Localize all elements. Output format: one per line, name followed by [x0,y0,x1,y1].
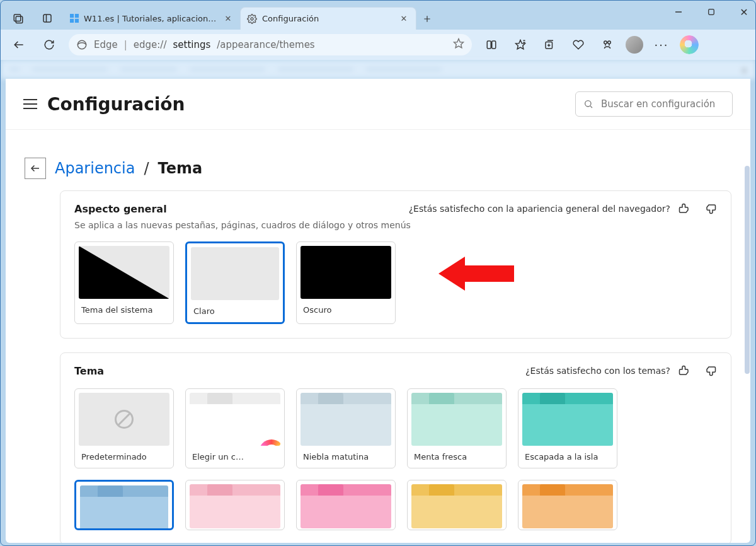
svg-rect-1 [16,16,23,23]
page-title: Configuración [47,94,185,115]
svg-rect-12 [709,9,714,15]
section-theme: Tema ¿Estás satisfecho con los temas? Pr… [60,352,731,543]
url-scheme-label: Edge [94,39,118,50]
extensions-icon[interactable] [597,34,618,55]
appearance-option-label: Oscuro [297,303,395,321]
bookmarks-overflow-icon[interactable]: › [742,63,747,76]
window-minimize-icon[interactable] [671,4,686,20]
breadcrumb-parent-link[interactable]: Apariencia [55,160,135,177]
theme-option[interactable] [74,480,174,530]
scrollbar-thumb[interactable] [745,166,750,374]
appearance-option-light[interactable]: Claro [185,241,285,324]
theme-preview [522,484,613,528]
section-title: Aspecto general [74,203,167,215]
section-title: Tema [74,365,104,377]
svg-line-28 [590,106,592,108]
browser-titlebar: W11.es | Tutoriales, aplicaciones y ✕ Co… [1,1,755,30]
appearance-option-label: Tema del sistema [75,303,173,321]
edge-logo-icon [76,39,88,50]
url-segment: edge:// [134,39,167,50]
split-screen-icon[interactable] [481,34,502,55]
svg-rect-2 [43,15,51,22]
gear-icon [247,14,257,24]
address-bar: Edge | edge://settings/appearance/themes… [1,30,755,60]
svg-marker-30 [438,257,514,291]
svg-point-14 [77,40,86,49]
search-icon [583,99,593,109]
theme-option[interactable] [185,480,285,530]
copilot-icon[interactable] [680,35,699,54]
thumbs-down-icon[interactable] [704,202,717,215]
svg-rect-5 [75,14,79,18]
new-tab-button[interactable] [416,8,438,30]
theme-option-label: Predeterminado [75,450,173,468]
theme-option[interactable] [518,480,617,530]
breadcrumb: Apariencia / Tema [25,142,731,190]
tab-label: Configuración [262,14,393,23]
svg-point-26 [608,41,611,44]
theme-preview [79,393,169,446]
breadcrumb-current: Tema [158,160,203,177]
settings-page: Configuración Buscar en configuración Ap… [6,79,750,543]
svg-rect-6 [70,19,74,23]
appearance-preview [301,246,391,299]
search-placeholder: Buscar en configuración [601,98,715,110]
url-segment: /appearance/themes [217,39,314,50]
bookmarks-bar[interactable]: › [1,60,755,79]
favorites-icon[interactable] [510,34,531,55]
svg-rect-0 [14,15,21,21]
breadcrumb-back-button[interactable] [25,158,46,179]
window-close-icon[interactable]: ✕ [736,4,752,20]
thumbs-down-icon[interactable] [704,364,717,377]
theme-option-label: Elegir un c… [186,450,284,468]
appearance-option-system[interactable]: Tema del sistema [74,241,174,324]
theme-option-label: Menta fresca [408,450,506,468]
theme-option[interactable]: ✎Elegir un c… [185,388,285,468]
theme-preview [411,484,502,528]
window-maximize-icon[interactable] [704,4,719,20]
theme-option-label: Niebla matutina [297,450,395,468]
thumbs-up-icon[interactable] [678,202,690,215]
more-icon[interactable]: ··· [651,34,672,55]
browser-tab[interactable]: W11.es | Tutoriales, aplicaciones y ✕ [64,7,240,30]
svg-rect-7 [75,19,79,23]
tab-actions-icon[interactable] [7,7,30,30]
svg-rect-16 [487,41,491,49]
theme-preview [301,484,391,528]
theme-option[interactable] [407,480,507,530]
settings-header: Configuración Buscar en configuración [6,79,750,130]
windows-logo-icon [70,14,79,23]
theme-option[interactable]: Escapada a la isla [518,388,617,468]
annotation-arrow-icon [438,257,514,291]
close-tab-icon[interactable]: ✕ [398,13,410,25]
collections-icon[interactable] [539,34,560,55]
svg-line-32 [118,414,130,425]
theme-preview: ✎ [190,393,280,446]
thumbs-up-icon[interactable] [678,364,690,377]
url-segment: settings [173,39,210,50]
close-tab-icon[interactable]: ✕ [222,13,234,24]
appearance-option-dark[interactable]: Oscuro [296,241,396,324]
browser-tab-active[interactable]: Configuración ✕ [240,7,416,30]
tab-strip: W11.es | Tutoriales, aplicaciones y ✕ Co… [64,1,749,30]
svg-point-27 [585,101,591,107]
back-icon[interactable] [8,34,30,55]
page-scrollbar[interactable] [743,79,750,543]
settings-search-input[interactable]: Buscar en configuración [575,91,733,117]
avatar[interactable] [626,36,643,54]
tab-label: W11.es | Tutoriales, aplicaciones y [84,14,217,23]
theme-option[interactable]: Predeterminado [74,388,174,468]
theme-option[interactable]: Niebla matutina [296,388,396,468]
vertical-tabs-icon[interactable] [36,7,59,30]
heart-icon[interactable] [568,34,589,55]
theme-option[interactable] [296,480,396,530]
feedback-question: ¿Estás satisfecho con los temas? [525,366,670,376]
theme-option[interactable]: Menta fresca [407,388,507,468]
theme-option-label: Escapada a la isla [518,450,617,468]
favorite-star-icon[interactable] [453,38,464,52]
appearance-option-label: Claro [187,304,283,322]
refresh-icon[interactable] [38,34,60,55]
url-input[interactable]: Edge | edge://settings/appearance/themes [69,34,472,55]
breadcrumb-separator: / [144,160,149,177]
hamburger-icon[interactable] [23,99,37,109]
